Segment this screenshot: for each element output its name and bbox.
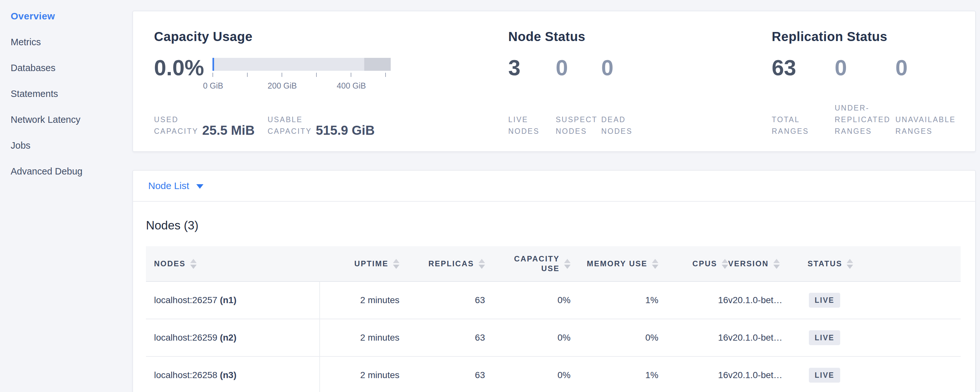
usable-capacity-value: 515.9 GiB <box>316 123 375 137</box>
capacity-bar-chart: 0 GiB 200 GiB 400 GiB <box>212 58 392 91</box>
used-capacity-label: USED CAPACITY <box>154 114 198 137</box>
replication-labels: TOTAL RANGES UNDER- REPLICATED RANGES UN… <box>772 102 956 137</box>
node-list-dropdown-label: Node List <box>148 180 189 191</box>
version-cell: v20.1.0-bet… <box>728 282 808 319</box>
column-header-uptime[interactable]: UPTIME <box>320 246 399 282</box>
status-badge: LIVE <box>809 330 840 345</box>
sidebar-item-databases[interactable]: Databases <box>11 55 132 81</box>
capacity-bar <box>212 58 391 71</box>
capacity-stats: USED CAPACITY 25.5 MiB USABLE CAPACITY 5… <box>154 114 498 137</box>
cpus-cell: 16 <box>659 319 728 357</box>
version-cell: v20.1.0-bet… <box>728 357 808 392</box>
capacity-axis-labels: 0 GiB 200 GiB 400 GiB <box>212 81 391 91</box>
used-capacity-value: 25.5 MiB <box>202 123 255 137</box>
node-status-labels: LIVE NODES SUSPECT NODES DEAD NODES <box>508 114 763 137</box>
node-list-dropdown[interactable]: Node List <box>133 171 975 202</box>
table-row-node-1[interactable]: localhost:26257 (n1) 2 minutes 63 0% 1% … <box>146 282 961 319</box>
capacity-usage-section: Capacity Usage 0.0% <box>154 29 498 137</box>
status-cell: LIVE <box>808 282 961 319</box>
node-address-cell[interactable]: localhost:26259 (n2) <box>146 319 320 357</box>
memory-use-cell: 1% <box>571 282 659 319</box>
live-nodes-count: 3 <box>508 55 556 80</box>
nodes-table: NODES UPTIME REPLICAS CAPACITY USE <box>146 246 961 392</box>
capacity-usage-title: Capacity Usage <box>154 29 498 44</box>
column-header-replicas[interactable]: REPLICAS <box>399 246 485 282</box>
dead-nodes-label: DEAD NODES <box>601 114 763 137</box>
replication-figures: 63 0 0 <box>772 55 956 80</box>
under-replicated-ranges-count: 0 <box>835 55 896 80</box>
sidebar-item-statements[interactable]: Statements <box>11 81 132 107</box>
sort-icon <box>846 259 853 269</box>
axis-label-200gib: 200 GiB <box>268 81 297 91</box>
replication-status-section: Replication Status 63 0 0 TOTAL RANGES U… <box>763 29 956 137</box>
table-row-node-3[interactable]: localhost:26258 (n3) 2 minutes 63 0% 1% … <box>146 357 961 392</box>
replication-status-title: Replication Status <box>772 29 956 44</box>
column-header-cpus[interactable]: CPUS <box>659 246 728 282</box>
status-cell: LIVE <box>808 357 961 392</box>
sidebar-item-overview[interactable]: Overview <box>11 3 132 29</box>
node-status-title: Node Status <box>508 29 763 44</box>
live-nodes-label: LIVE NODES <box>508 114 556 137</box>
unavailable-ranges-label: UNAVAILABLE RANGES <box>896 114 956 137</box>
sort-icon <box>652 259 659 269</box>
nodes-count-title: Nodes (3) <box>146 218 962 233</box>
nodes-card-body: Nodes (3) NODES UPTIME <box>133 218 975 392</box>
nodes-card: Node List Nodes (3) NODES <box>132 170 976 392</box>
status-badge: LIVE <box>809 293 840 308</box>
dead-nodes-count: 0 <box>601 55 763 80</box>
sidebar-item-advanced-debug[interactable]: Advanced Debug <box>11 158 132 184</box>
suspect-nodes-count: 0 <box>556 55 601 80</box>
sort-icon <box>393 259 399 269</box>
cpus-cell: 16 <box>659 357 728 392</box>
memory-use-cell: 0% <box>571 319 659 357</box>
capacity-use-cell: 0% <box>485 319 571 357</box>
replicas-cell: 63 <box>399 282 485 319</box>
sidebar: Overview Metrics Databases Statements Ne… <box>0 0 132 392</box>
uptime-cell: 2 minutes <box>320 319 399 357</box>
total-ranges-label: TOTAL RANGES <box>772 114 835 137</box>
main-content: Capacity Usage 0.0% <box>132 0 980 392</box>
replicas-cell: 63 <box>399 319 485 357</box>
uptime-cell: 2 minutes <box>320 357 399 392</box>
sort-icon <box>773 259 780 269</box>
capacity-bar-other-segment <box>364 58 391 71</box>
capacity-use-cell: 0% <box>485 282 571 319</box>
capacity-use-cell: 0% <box>485 357 571 392</box>
column-header-capacity-use[interactable]: CAPACITY USE <box>485 246 571 282</box>
node-address-cell[interactable]: localhost:26258 (n3) <box>146 357 320 392</box>
axis-label-0gib: 0 GiB <box>203 81 223 91</box>
page: Overview Metrics Databases Statements Ne… <box>0 0 980 392</box>
usable-capacity-label: USABLE CAPACITY <box>268 114 312 137</box>
node-status-section: Node Status 3 0 0 LIVE NODES SUSPECT NOD… <box>498 29 763 137</box>
under-replicated-ranges-label: UNDER- REPLICATED RANGES <box>835 102 896 137</box>
sidebar-item-network-latency[interactable]: Network Latency <box>11 107 132 132</box>
version-cell: v20.1.0-bet… <box>728 319 808 357</box>
total-ranges-count: 63 <box>772 55 835 80</box>
cluster-summary-card: Capacity Usage 0.0% <box>132 11 976 152</box>
sidebar-item-metrics[interactable]: Metrics <box>11 29 132 55</box>
sort-icon <box>190 259 197 269</box>
column-header-version[interactable]: VERSION <box>728 246 808 282</box>
capacity-bar-used-segment <box>212 58 214 71</box>
table-row-node-2[interactable]: localhost:26259 (n2) 2 minutes 63 0% 0% … <box>146 319 961 357</box>
sort-icon <box>479 259 485 269</box>
chevron-down-icon <box>196 184 204 189</box>
uptime-cell: 2 minutes <box>320 282 399 319</box>
column-header-memory-use[interactable]: MEMORY USE <box>571 246 659 282</box>
sort-icon <box>722 259 728 269</box>
sort-icon <box>564 259 571 269</box>
column-header-nodes[interactable]: NODES <box>146 246 320 282</box>
capacity-axis-ticks <box>212 73 391 77</box>
replicas-cell: 63 <box>399 357 485 392</box>
unavailable-ranges-count: 0 <box>896 55 956 80</box>
status-badge: LIVE <box>809 368 840 382</box>
column-header-status[interactable]: STATUS <box>808 246 961 282</box>
suspect-nodes-label: SUSPECT NODES <box>556 114 601 137</box>
capacity-used-percent: 0.0% <box>154 55 204 80</box>
axis-label-400gib: 400 GiB <box>337 81 366 91</box>
node-status-figures: 3 0 0 <box>508 55 763 80</box>
sidebar-item-jobs[interactable]: Jobs <box>11 132 132 158</box>
status-cell: LIVE <box>808 319 961 357</box>
capacity-usage-content: 0.0% <box>154 55 498 91</box>
node-address-cell[interactable]: localhost:26257 (n1) <box>146 282 320 319</box>
